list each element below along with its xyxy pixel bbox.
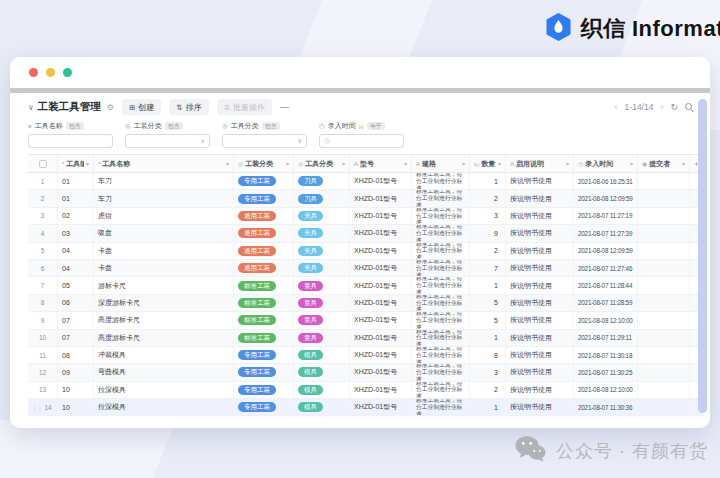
column-label: 型号 bbox=[360, 159, 402, 169]
brand-hexagon-icon bbox=[545, 13, 572, 45]
column-label: 录入时间 bbox=[585, 159, 628, 169]
column-header-工装分类[interactable]: ◎工装分类▾ bbox=[234, 155, 294, 172]
qty-text: 5 bbox=[494, 299, 498, 306]
name-text: 卡盘 bbox=[98, 263, 112, 273]
filter-select-input[interactable]: ∨ bbox=[125, 134, 210, 148]
sort-caret-icon[interactable]: ▾ bbox=[86, 160, 89, 167]
sort-caret-icon[interactable]: ▾ bbox=[630, 160, 633, 167]
cell-tool_type: 刀具 bbox=[294, 173, 350, 189]
cell-model: XHZD-01型号 bbox=[350, 382, 412, 398]
settings-gear-icon[interactable]: ⚙ bbox=[107, 103, 114, 112]
sort-button-label: 排序 bbox=[186, 102, 202, 113]
column-header-工具分类[interactable]: ◎工具分类▾ bbox=[294, 155, 350, 172]
time-text: 2021-08-07 11:27:46 bbox=[578, 265, 632, 272]
column-header-录入时间[interactable]: ◷录入时间▾ bbox=[574, 155, 638, 172]
table-row[interactable]: 1209弯曲模具专用工装模具XHZD-01型号标准工装工具，符合工业制造行业标准… bbox=[28, 364, 704, 381]
cell-tool_type: 量具 bbox=[294, 312, 350, 328]
select-all-checkbox[interactable] bbox=[39, 160, 47, 168]
model-text: XHZD-01型号 bbox=[354, 367, 397, 377]
sort-caret-icon[interactable]: ▾ bbox=[226, 160, 229, 167]
cell-index: 4 bbox=[28, 225, 58, 241]
row-index: 12 bbox=[39, 369, 46, 376]
table-row[interactable]: 604卡盘通用工装夹具XHZD-01型号标准工装工具，符合工业制造行业标准7按说… bbox=[28, 260, 704, 277]
column-header-提交者[interactable]: ◉提交者▾ bbox=[638, 155, 690, 172]
code-text: 06 bbox=[62, 299, 70, 306]
cell-category: 标准工装 bbox=[234, 277, 294, 293]
filter-date-input[interactable]: ◷ bbox=[319, 134, 404, 148]
table-row[interactable]: 705游标卡尺标准工装量具XHZD-01型号标准工装工具，符合工业制造行业标准1… bbox=[28, 277, 704, 294]
sort-caret-icon[interactable]: ▾ bbox=[342, 160, 345, 167]
filter-text-input[interactable] bbox=[28, 134, 113, 148]
cell-model: XHZD-01型号 bbox=[350, 364, 412, 380]
minimize-window-button[interactable] bbox=[46, 68, 55, 77]
table-row[interactable]: 1108冲裁模具专用工装模具XHZD-01型号标准工装工具，符合工业制造行业标准… bbox=[28, 347, 704, 364]
column-header-工具编号[interactable]: *工具编号▾ bbox=[58, 155, 94, 172]
search-icon[interactable] bbox=[685, 103, 694, 112]
next-page-icon[interactable]: › bbox=[660, 102, 663, 112]
sort-caret-icon[interactable]: ▾ bbox=[462, 160, 465, 167]
column-header-数量[interactable]: x₂数量▾ bbox=[470, 155, 506, 172]
table-row[interactable]: 1310拉深模具专用工装模具XHZD-01型号标准工装工具，符合工业制造行业标准… bbox=[28, 382, 704, 399]
column-header-工具名称[interactable]: *工具名称▾ bbox=[94, 155, 234, 172]
chevron-down-icon: ∨ bbox=[200, 137, 205, 145]
tag-pill: 模具 bbox=[298, 367, 323, 377]
tag-pill: 专用工装 bbox=[238, 367, 276, 377]
prev-page-icon[interactable]: ‹ bbox=[615, 102, 618, 112]
table-row[interactable]: 907高度游标卡尺标准工装量具XHZD-01型号标准工装工具，符合工业制造行业标… bbox=[28, 312, 704, 329]
sort-caret-icon[interactable]: ▾ bbox=[286, 160, 289, 167]
table-row[interactable]: 1007高度游标卡尺标准工装量具XHZD-01型号标准工装工具，符合工业制造行业… bbox=[28, 330, 704, 347]
cell-submitter bbox=[638, 382, 690, 398]
table-row[interactable]: 201车刀专用工装刀具XHZD-01型号标准工装工具，符合工业制造行业标准2按说… bbox=[28, 190, 704, 207]
column-header-规格[interactable]: A规格▾ bbox=[412, 155, 470, 172]
column-header-型号[interactable]: A型号▾ bbox=[350, 155, 412, 172]
table-row[interactable]: 403吸盘通用工装夹具XHZD-01型号标准工装工具，符合工业制造行业标准9按说… bbox=[28, 225, 704, 242]
filter-field-name: 工具分类 bbox=[231, 121, 259, 131]
table-row[interactable]: 806深度游标卡尺标准工装量具XHZD-01型号标准工装工具，符合工业制造行业标… bbox=[28, 295, 704, 312]
cell-usage: 按说明书使用 bbox=[506, 312, 574, 328]
filter-field-icon: ◎ bbox=[125, 122, 131, 130]
cell-index: 9 bbox=[28, 312, 58, 328]
tag-pill: 夹具 bbox=[298, 228, 323, 238]
cell-usage: 按说明书使用 bbox=[506, 364, 574, 380]
model-text: XHZD-01型号 bbox=[354, 263, 397, 273]
cell-qty: 5 bbox=[470, 295, 506, 311]
cell-qty: 2 bbox=[470, 190, 506, 206]
name-text: 拉深模具 bbox=[98, 402, 126, 412]
filter-select-input[interactable]: ∨ bbox=[222, 134, 307, 148]
field-type-icon: x₂ bbox=[474, 161, 479, 167]
table-row[interactable]: 101车刀专用工装刀具XHZD-01型号标准工装工具，符合工业制造行业标准1按说… bbox=[28, 173, 704, 190]
cell-category: 专用工装 bbox=[234, 364, 294, 380]
sort-caret-icon[interactable]: ▾ bbox=[404, 160, 407, 167]
usage-text: 按说明书使用 bbox=[510, 402, 552, 412]
table-row[interactable]: ⋮⋮1410拉深模具专用工装模具XHZD-01型号标准工装工具，符合工业制造行业… bbox=[28, 399, 704, 416]
cell-model: XHZD-01型号 bbox=[350, 260, 412, 276]
column-label: 启用说明 bbox=[516, 159, 564, 169]
close-window-button[interactable] bbox=[29, 68, 38, 77]
column-label: 工具编号 bbox=[66, 159, 84, 169]
sort-caret-icon[interactable]: ▾ bbox=[498, 160, 501, 167]
sort-caret-icon[interactable]: ▾ bbox=[682, 160, 685, 167]
row-index: 8 bbox=[41, 299, 45, 306]
cell-qty: 9 bbox=[470, 225, 506, 241]
create-button[interactable]: ⊞ 创建 bbox=[122, 99, 161, 115]
batch-operation-button[interactable]: ≣ 批量操作 bbox=[217, 99, 272, 115]
cell-usage: 按说明书使用 bbox=[506, 243, 574, 259]
tag-pill: 专用工装 bbox=[238, 194, 276, 204]
column-header-启用说明[interactable]: A启用说明▾ bbox=[506, 155, 574, 172]
table-row[interactable]: 302虎钳通用工装夹具XHZD-01型号标准工装工具，符合工业制造行业标准3按说… bbox=[28, 208, 704, 225]
sort-caret-icon[interactable]: ▾ bbox=[566, 160, 569, 167]
refresh-icon[interactable]: ↻ bbox=[670, 102, 678, 112]
collapse-chevron-icon[interactable]: ∨ bbox=[28, 103, 34, 112]
cell-category: 通用工装 bbox=[234, 225, 294, 241]
sort-button[interactable]: ⇅ 排序 bbox=[169, 99, 208, 115]
cell-category: 标准工装 bbox=[234, 295, 294, 311]
cell-index: ⋮⋮14 bbox=[28, 399, 58, 415]
cell-index: 12 bbox=[28, 364, 58, 380]
cell-index: 10 bbox=[28, 330, 58, 346]
zoom-window-button[interactable] bbox=[63, 68, 72, 77]
cell-name: 冲裁模具 bbox=[94, 347, 234, 363]
more-menu-button[interactable]: — bbox=[280, 102, 289, 112]
vertical-scrollbar[interactable] bbox=[698, 99, 707, 413]
drag-handle-icon[interactable]: ⋮⋮ bbox=[32, 404, 42, 411]
table-row[interactable]: 504卡盘通用工装夹具XHZD-01型号标准工装工具，符合工业制造行业标准2按说… bbox=[28, 243, 704, 260]
